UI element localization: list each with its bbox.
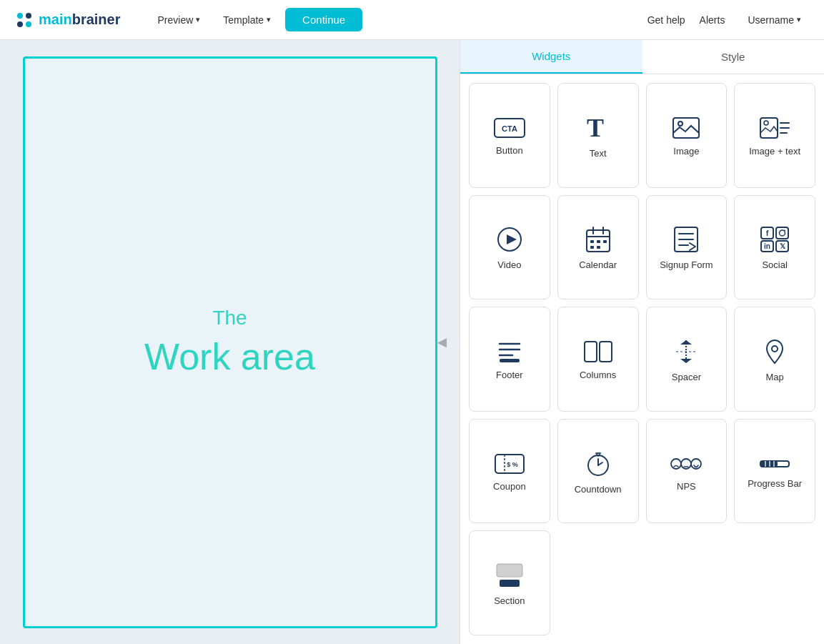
- coupon-icon: $ %: [495, 454, 525, 474]
- svg-marker-45: [680, 340, 692, 345]
- widget-countdown[interactable]: Countdown: [557, 419, 639, 524]
- svg-point-8: [678, 122, 682, 126]
- svg-point-33: [784, 230, 785, 232]
- svg-marker-15: [507, 234, 517, 244]
- header: mainbrainer Preview ▾ Template ▾ Continu…: [0, 0, 824, 40]
- widget-video-label: Video: [497, 259, 521, 270]
- svg-point-10: [764, 121, 768, 125]
- widget-map[interactable]: Map: [734, 307, 815, 412]
- svg-rect-43: [600, 342, 612, 362]
- logo: mainbrainer: [14, 10, 121, 30]
- widget-spacer-label: Spacer: [672, 372, 701, 382]
- widget-social-label: Social: [762, 259, 787, 270]
- svg-rect-23: [590, 246, 594, 249]
- username-button[interactable]: Username ▾: [739, 10, 810, 30]
- svg-point-57: [671, 459, 681, 469]
- svg-point-0: [17, 13, 23, 19]
- widget-signup-form[interactable]: Signup Form: [646, 195, 728, 300]
- signup-form-icon: [674, 227, 698, 252]
- svg-point-58: [681, 459, 691, 469]
- widget-image-label: Image: [673, 146, 699, 157]
- widget-progress-bar[interactable]: Progress Bar: [734, 419, 815, 524]
- preview-chevron-icon: ▾: [196, 15, 200, 24]
- social-icon: f in 𝕏: [760, 227, 789, 252]
- widget-image[interactable]: Image: [646, 83, 728, 188]
- widget-map-label: Map: [765, 372, 783, 382]
- svg-text:T: T: [587, 115, 604, 141]
- svg-rect-42: [585, 342, 597, 362]
- nav-links: Preview ▾ Template ▾ Continue: [149, 8, 647, 31]
- image-icon: [672, 117, 700, 139]
- spacer-icon: [673, 339, 699, 365]
- panel-tabs: Widgets Style: [460, 40, 824, 74]
- widget-button[interactable]: CTA Button: [469, 83, 550, 188]
- svg-text:in: in: [764, 242, 770, 250]
- svg-rect-41: [500, 359, 520, 362]
- svg-text:$ %: $ %: [507, 461, 518, 468]
- work-area-canvas[interactable]: The Work area ◄: [23, 56, 437, 628]
- widget-calendar[interactable]: Calendar: [557, 195, 639, 300]
- button-icon: CTA: [494, 118, 525, 138]
- widget-calendar-label: Calendar: [579, 259, 617, 270]
- svg-point-2: [26, 13, 31, 19]
- svg-text:CTA: CTA: [502, 124, 517, 133]
- widget-footer-label: Footer: [496, 370, 523, 380]
- work-area-text-the: The: [212, 307, 247, 330]
- svg-rect-22: [603, 240, 607, 243]
- calendar-icon: [586, 227, 610, 252]
- widget-image-text-label: Image + text: [749, 146, 800, 157]
- columns-icon: [584, 341, 612, 362]
- video-icon: [497, 227, 522, 252]
- svg-marker-46: [680, 359, 692, 363]
- widget-section-label: Section: [494, 595, 525, 606]
- widget-nps-label: NPS: [677, 481, 696, 492]
- widget-video[interactable]: Video: [469, 195, 550, 300]
- svg-rect-7: [673, 118, 699, 138]
- widget-coupon[interactable]: $ % Coupon: [469, 419, 550, 524]
- header-right: Get help Alerts Username ▾: [647, 10, 810, 30]
- collapse-panel-arrow[interactable]: ◄: [434, 334, 451, 351]
- widget-section[interactable]: Section: [469, 530, 550, 635]
- logo-icon: [14, 10, 34, 30]
- countdown-icon: [585, 451, 611, 477]
- widget-countdown-label: Countdown: [575, 484, 622, 495]
- svg-rect-66: [497, 564, 522, 577]
- preview-button[interactable]: Preview ▾: [149, 10, 209, 30]
- tab-widgets[interactable]: Widgets: [460, 40, 642, 74]
- svg-rect-20: [590, 240, 594, 243]
- logo-text: mainbrainer: [39, 11, 121, 28]
- footer-icon: [497, 341, 522, 362]
- svg-point-48: [772, 346, 778, 352]
- widget-signup-form-label: Signup Form: [660, 259, 713, 270]
- main-content: The Work area ◄ Widgets Style CTA Button: [0, 40, 824, 644]
- template-button[interactable]: Template ▾: [214, 10, 279, 30]
- tab-style[interactable]: Style: [642, 40, 825, 74]
- svg-rect-31: [776, 227, 788, 239]
- get-help-button[interactable]: Get help: [647, 14, 685, 26]
- right-panel: Widgets Style CTA Button T: [460, 40, 824, 644]
- widget-columns-label: Columns: [580, 370, 616, 380]
- widget-spacer[interactable]: Spacer: [646, 307, 728, 412]
- widget-social[interactable]: f in 𝕏 Social: [734, 195, 815, 300]
- svg-point-3: [26, 21, 31, 27]
- widget-columns[interactable]: Columns: [557, 307, 639, 412]
- work-area-container: The Work area ◄: [0, 40, 460, 644]
- widget-footer[interactable]: Footer: [469, 307, 550, 412]
- widget-image-text[interactable]: Image + text: [734, 83, 815, 188]
- text-icon: T: [587, 115, 610, 141]
- alerts-button[interactable]: Alerts: [700, 14, 725, 26]
- widget-text[interactable]: T Text: [557, 83, 639, 188]
- template-chevron-icon: ▾: [267, 15, 271, 24]
- widget-progress-bar-label: Progress Bar: [748, 478, 802, 489]
- work-area-text-main: Work area: [144, 335, 315, 378]
- widgets-grid: CTA Button T Text: [460, 74, 824, 644]
- svg-text:𝕏: 𝕏: [780, 242, 786, 250]
- widget-coupon-label: Coupon: [493, 481, 526, 492]
- username-chevron-icon: ▾: [797, 15, 801, 24]
- widget-nps[interactable]: NPS: [646, 419, 728, 524]
- section-icon: [495, 563, 524, 588]
- continue-button[interactable]: Continue: [285, 8, 362, 31]
- widget-button-label: Button: [496, 145, 523, 156]
- map-icon: [762, 339, 788, 365]
- widget-text-label: Text: [590, 148, 607, 159]
